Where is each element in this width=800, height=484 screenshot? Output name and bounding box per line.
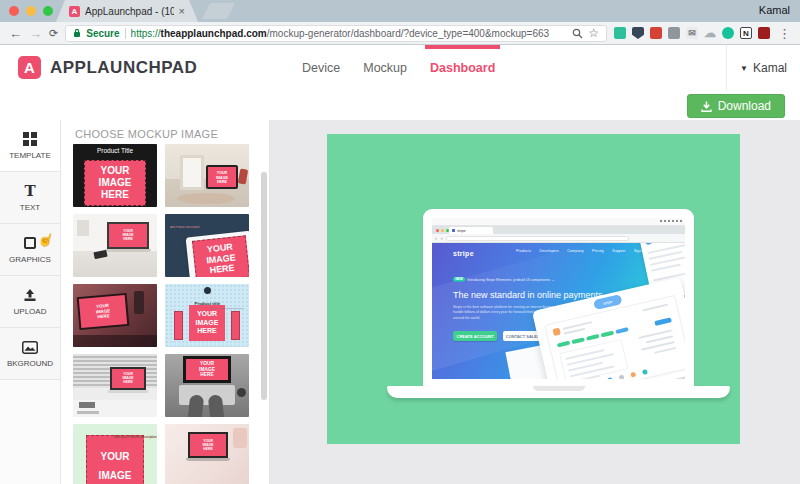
laptop-device: YOUR IMAGE HERE xyxy=(108,367,148,393)
browser-tab[interactable]: A AppLaunchpad - (1000) Best × xyxy=(56,0,198,22)
minimize-window-icon[interactable] xyxy=(26,6,36,16)
stripe-page: stripe ProductsDevelopersCompanyPricingS… xyxy=(432,243,685,379)
background-image-icon xyxy=(22,340,38,355)
phone-device xyxy=(231,311,240,340)
extension-grammarly-icon[interactable] xyxy=(722,27,734,39)
browser-urlbar: ← → ⟳ Secure https://theapplaunchpad.com… xyxy=(0,22,800,45)
nav-item-mockup[interactable]: Mockup xyxy=(363,45,407,91)
nav-item-dashboard[interactable]: Dashboard xyxy=(430,45,495,91)
thumb-note: Add your Product description here xyxy=(114,435,157,438)
phone-device xyxy=(79,402,95,408)
sidebar-item-label: BKGROUND xyxy=(7,359,53,368)
chrome-profile-button[interactable]: Kamal xyxy=(759,4,790,16)
phone-device xyxy=(93,250,107,260)
macbook-notch xyxy=(533,386,585,391)
workspace: TEMPLATE T TEXT GRAPHICS ☝ UPLOAD BKGROU… xyxy=(0,120,800,484)
sidebar-item-graphics[interactable]: GRAPHICS ☝ xyxy=(0,224,60,276)
download-button[interactable]: Download xyxy=(687,94,785,118)
tab-favicon: A xyxy=(69,6,80,17)
maximize-window-icon[interactable] xyxy=(43,6,53,16)
extension-gray-icon[interactable] xyxy=(668,27,680,39)
extension-mail-icon[interactable]: ✉ xyxy=(686,27,698,39)
extension-shield-icon[interactable] xyxy=(632,27,644,39)
laptop-device: YOUR IMAGE HERE xyxy=(77,293,130,330)
tab-title: AppLaunchpad - (1000) Best xyxy=(85,6,174,17)
mockup-thumbnail-4[interactable]: Add Product description YOUR IMAGE HERE xyxy=(165,214,249,277)
mockup-tab: stripe xyxy=(449,227,493,234)
desk-object xyxy=(134,291,144,314)
sidebar-item-template[interactable]: TEMPLATE xyxy=(0,120,60,172)
mockup-thumbnail-8[interactable]: YOUR IMAGE HERE xyxy=(165,354,249,417)
dashboard-card xyxy=(544,295,685,379)
address-bar[interactable]: Secure https://theapplaunchpad.com/mocku… xyxy=(65,25,607,42)
thumb-product-title: Product title xyxy=(194,301,220,306)
mockup-panel: CHOOSE MOCKUP IMAGE Product Title Add yo… xyxy=(61,120,270,484)
desk-object xyxy=(238,168,248,184)
photo-frame xyxy=(180,155,204,190)
extension-teal-icon[interactable] xyxy=(614,27,626,39)
dashboard-list xyxy=(559,339,628,379)
mockup-thumbnail-9[interactable]: Add your Product description here YOUR I… xyxy=(73,424,157,484)
window-controls[interactable] xyxy=(9,6,53,16)
reload-icon[interactable]: ⟳ xyxy=(49,28,58,39)
new-tab-button[interactable] xyxy=(202,3,235,19)
sidebar-item-bkground[interactable]: BKGROUND xyxy=(0,328,60,380)
template-grid-icon xyxy=(23,132,37,147)
browser-menu-icon[interactable]: ⋮ xyxy=(778,26,791,41)
mockup-thumbnail-1[interactable]: Product Title Add your Product descripti… xyxy=(73,144,157,207)
url-path: /mockup-generator/dashboard/?device_type… xyxy=(267,28,549,39)
sidebar-item-text[interactable]: T TEXT xyxy=(0,172,60,224)
mockup-grid: Product Title Add your Product descripti… xyxy=(73,144,249,484)
mockup-thumbnail-7[interactable]: YOUR IMAGE HERE xyxy=(73,354,157,417)
forward-icon[interactable]: → xyxy=(29,27,42,40)
brand[interactable]: A APPLAUNCHPAD xyxy=(18,56,197,79)
hand xyxy=(188,394,204,417)
desk-object xyxy=(77,220,89,236)
sidebar-item-label: GRAPHICS xyxy=(9,255,51,264)
rug xyxy=(177,193,235,204)
design-canvas[interactable]: Chrome File Edit View History Bookmarks … xyxy=(327,134,740,444)
laptop-keyboard xyxy=(179,385,235,405)
panel-scrollbar[interactable] xyxy=(261,172,267,400)
tab-close-icon[interactable]: × xyxy=(179,5,185,17)
close-window-icon[interactable] xyxy=(9,6,19,16)
logo-dot xyxy=(204,287,211,294)
mockup-thumbnail-10[interactable]: YOUR IMAGE HERE xyxy=(165,424,249,484)
mockup-thumbnail-5[interactable]: YOUR IMAGE HERE xyxy=(73,284,157,347)
sidebar-item-upload[interactable]: UPLOAD xyxy=(0,276,60,328)
mockup-thumbnail-6[interactable]: Product title Add your Product descripti… xyxy=(165,284,249,347)
graphics-shape-icon xyxy=(24,236,36,251)
bookmark-star-icon[interactable]: ☆ xyxy=(588,26,599,40)
dashboard-button xyxy=(654,317,672,326)
main-nav: Device Mockup Dashboard xyxy=(302,45,495,91)
mockup-tabrow: stripe xyxy=(432,226,685,234)
avatar xyxy=(552,328,560,336)
divider xyxy=(125,28,126,39)
extension-book-icon[interactable] xyxy=(758,27,770,39)
your-image-placeholder: YOUR IMAGE HERE xyxy=(189,305,225,341)
mockup-thumbnail-3[interactable]: YOUR IMAGE HERE xyxy=(73,214,157,277)
thumb-product-subtitle: Add your Product description here xyxy=(207,307,243,310)
laptop-device: YOUR IMAGE HERE xyxy=(186,231,249,277)
sidebar-item-label: TEXT xyxy=(20,203,40,212)
mockup-window-controls xyxy=(436,229,449,232)
your-image-placeholder: YOUR IMAGE xyxy=(86,435,144,484)
sidebar-item-label: UPLOAD xyxy=(14,307,47,316)
url-domain: theapplaunchpad.com xyxy=(161,28,267,39)
extension-cloud-icon[interactable]: ☁ xyxy=(704,27,716,39)
tools-sidebar: TEMPLATE T TEXT GRAPHICS ☝ UPLOAD BKGROU… xyxy=(0,120,61,484)
tablet-device: YOUR IMAGE HERE xyxy=(206,165,238,189)
url-scheme: https:// xyxy=(131,28,161,39)
mockup-addressbar: https://stripe.com xyxy=(446,236,629,241)
page-zoom-icon[interactable] xyxy=(572,28,583,39)
back-icon[interactable]: ← xyxy=(9,27,22,40)
mockup-thumbnail-2[interactable]: YOUR IMAGE HERE xyxy=(165,144,249,207)
extension-red-icon[interactable] xyxy=(650,27,662,39)
extension-icons: ✉ ☁ N ⋮ xyxy=(614,26,791,41)
nav-item-device[interactable]: Device xyxy=(302,45,340,91)
desk-surface xyxy=(73,335,157,347)
laptop-device: YOUR IMAGE HERE xyxy=(105,222,151,252)
stripe-headline: The new standard in online payments xyxy=(453,290,603,300)
extension-notion-icon[interactable]: N xyxy=(740,27,752,39)
user-menu[interactable]: ▼ Kamal xyxy=(726,45,800,91)
